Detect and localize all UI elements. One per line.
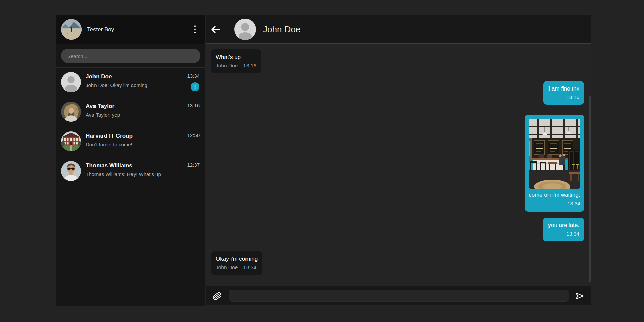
chat-name: Thomas Williams — [86, 162, 132, 169]
beach-photo — [61, 19, 82, 40]
chat-list-item-john-doe[interactable]: John Doe John Doe: Okay i'm coming 13:34… — [56, 68, 205, 97]
attach-button[interactable] — [211, 290, 223, 302]
search-zone — [56, 44, 205, 68]
message-sender: John Doe — [216, 63, 238, 68]
message-incoming: What's up John Doe13:16 — [211, 49, 261, 73]
avatar-john-doe-header — [234, 19, 256, 40]
chat-title: John Doe — [263, 15, 300, 44]
arrow-left-icon — [211, 25, 221, 34]
message-text: I am fine thx — [548, 84, 579, 93]
avatar-harvard-it-group — [61, 131, 81, 151]
chat-preview: Thomas Williams: Hey! What's up — [86, 171, 161, 177]
message-caption: come on i'm waiting. — [529, 191, 580, 199]
avatar-thomas-williams — [61, 161, 81, 181]
chat-time: 13:34 — [187, 73, 200, 79]
message-text: What's up — [216, 53, 256, 61]
message-text: you are late. — [548, 221, 579, 229]
message-time: 13:16 — [548, 93, 579, 101]
send-button[interactable] — [574, 290, 585, 302]
message-time: 13:16 — [243, 63, 256, 68]
chat-time: 12:37 — [187, 162, 200, 168]
profile-name: Tester Boy — [87, 15, 114, 44]
message-time: 13:34 — [548, 229, 579, 238]
message-outgoing-image: come on i'm waiting. 13:34 — [525, 115, 584, 212]
chat-list: John Doe John Doe: Okay i'm coming 13:34… — [56, 68, 205, 186]
paperclip-icon — [212, 291, 222, 301]
chat-preview: Ava Taylor: yep — [86, 112, 120, 118]
kebab-menu-icon — [194, 25, 196, 33]
chat-header: John Doe — [206, 15, 591, 44]
cafe-photo — [529, 119, 580, 189]
back-button[interactable] — [209, 24, 222, 35]
message-sender: John Doe — [216, 264, 238, 270]
chat-time: 12:50 — [187, 132, 200, 138]
profile-avatar — [61, 19, 82, 40]
message-input[interactable] — [229, 290, 569, 302]
composer — [206, 286, 591, 305]
chat-preview: John Doe: Okay i'm coming — [86, 82, 147, 88]
chat-name: John Doe — [86, 73, 112, 80]
sidebar-header: Tester Boy — [56, 15, 205, 44]
send-icon — [575, 292, 584, 300]
avatar-john-doe — [61, 72, 81, 92]
unread-badge: ! — [191, 82, 199, 91]
page: { "sidebar": { "profile": { "name": "Tes… — [0, 0, 644, 322]
message-outgoing: you are late. 13:34 — [543, 218, 584, 241]
chat-name: Ava Taylor — [86, 103, 114, 110]
chat-list-item-thomas-williams[interactable]: Thomas Williams Thomas Williams: Hey! Wh… — [56, 156, 205, 186]
scrollbar-thumb[interactable] — [589, 96, 591, 282]
message-text: Okay i'm coming — [216, 255, 258, 263]
sidebar: Tester Boy John Doe John Doe: Okay i'm c… — [56, 15, 205, 306]
message-photo[interactable] — [529, 119, 580, 189]
search-input[interactable] — [61, 49, 200, 63]
chat-name: Harvard IT Group — [86, 133, 133, 139]
messages-area: What's up John Doe13:16 I am fine thx 13… — [206, 44, 591, 286]
message-outgoing: I am fine thx 13:16 — [543, 81, 584, 105]
message-time: 13:34 — [243, 264, 256, 270]
chat-panel: John Doe What's up John Doe13:16 I am fi… — [206, 15, 591, 306]
avatar-ava-taylor — [61, 102, 81, 122]
chat-preview: Don't forget to come! — [86, 142, 132, 147]
chat-list-item-ava-taylor[interactable]: Ava Taylor Ava Taylor: yep 13:16 — [56, 97, 205, 127]
chat-list-item-harvard-it-group[interactable]: Harvard IT Group Don't forget to come! 1… — [56, 127, 205, 156]
message-meta: John Doe13:34 — [216, 263, 258, 272]
chat-time: 13:16 — [187, 103, 200, 108]
message-incoming: Okay i'm coming John Doe13:34 — [211, 251, 262, 275]
menu-button[interactable] — [189, 23, 201, 35]
message-meta: John Doe13:16 — [216, 61, 256, 70]
message-time: 13:34 — [529, 199, 580, 208]
